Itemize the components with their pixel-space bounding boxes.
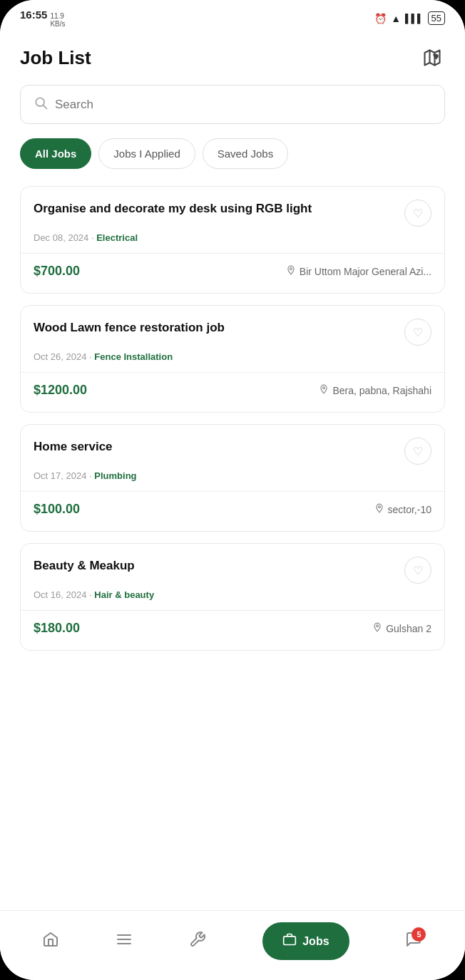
- svg-point-6: [290, 268, 292, 270]
- card-footer: $100.00 sector,-10: [34, 502, 431, 517]
- job-price: $700.00: [34, 264, 80, 279]
- job-list: Organise and decorate my desk using RGB …: [20, 186, 445, 651]
- save-job-button[interactable]: ♡: [404, 319, 431, 346]
- wifi-icon: ▲: [391, 13, 401, 24]
- page-title: Job List: [20, 47, 91, 69]
- svg-point-8: [378, 506, 380, 508]
- status-right: ⏰ ▲ ▌▌▌ 55: [374, 11, 445, 25]
- home-icon: [42, 931, 59, 952]
- card-divider: [21, 610, 444, 611]
- job-location: Bera, pabna, Rajshahi: [319, 384, 431, 396]
- svg-rect-13: [284, 937, 296, 945]
- nav-chat[interactable]: 5: [405, 931, 422, 952]
- card-divider: [21, 253, 444, 254]
- nav-jobs-button[interactable]: Jobs: [262, 922, 349, 960]
- job-location: sector,-10: [374, 503, 431, 515]
- briefcase-icon: [282, 932, 297, 950]
- card-divider: [21, 372, 444, 373]
- tab-saved-jobs[interactable]: Saved Jobs: [203, 138, 288, 169]
- alarm-icon: ⏰: [374, 13, 387, 24]
- nav-jobs-label: Jobs: [302, 935, 329, 948]
- save-job-button[interactable]: ♡: [404, 557, 431, 584]
- map-icon[interactable]: [419, 45, 445, 71]
- search-icon: [34, 96, 48, 113]
- list-icon: [116, 931, 133, 952]
- location-icon: [319, 384, 329, 396]
- main-content: Job List All J: [0, 33, 465, 910]
- heart-icon: ♡: [413, 445, 423, 458]
- job-card[interactable]: Home service ♡ Oct 17, 2024 · Plumbing $…: [20, 424, 445, 532]
- nav-home[interactable]: [42, 931, 59, 952]
- tab-jobs-applied[interactable]: Jobs I Applied: [98, 138, 195, 169]
- job-title: Beauty & Meakup: [34, 558, 404, 574]
- card-footer: $180.00 Gulshan 2: [34, 621, 431, 636]
- job-title: Wood Lawn fence restoration job: [34, 320, 404, 336]
- job-card[interactable]: Beauty & Meakup ♡ Oct 16, 2024 · Hair & …: [20, 543, 445, 651]
- location-icon: [372, 622, 382, 634]
- card-footer: $1200.00 Bera, pabna, Rajshahi: [34, 383, 431, 398]
- search-bar[interactable]: [20, 85, 445, 124]
- save-job-button[interactable]: ♡: [404, 200, 431, 227]
- status-time: 16:55: [20, 9, 47, 21]
- job-card[interactable]: Wood Lawn fence restoration job ♡ Oct 26…: [20, 305, 445, 413]
- job-location: Gulshan 2: [372, 622, 431, 634]
- job-meta: Oct 16, 2024 · Hair & beauty: [34, 589, 431, 600]
- job-price: $100.00: [34, 502, 80, 517]
- status-kb: 11.9KB/s: [50, 12, 65, 28]
- job-location: Bir Uttom Major General Azi...: [286, 265, 431, 277]
- save-job-button[interactable]: ♡: [404, 438, 431, 465]
- heart-icon: ♡: [413, 207, 423, 220]
- card-divider: [21, 491, 444, 492]
- svg-line-5: [44, 105, 47, 109]
- svg-point-9: [377, 625, 379, 627]
- svg-point-7: [323, 387, 325, 389]
- status-bar: 16:55 11.9KB/s ⏰ ▲ ▌▌▌ 55: [0, 0, 465, 33]
- status-left: 16:55 11.9KB/s: [20, 9, 66, 28]
- job-title: Organise and decorate my desk using RGB …: [34, 201, 404, 217]
- location-icon: [286, 265, 296, 277]
- tab-all-jobs[interactable]: All Jobs: [20, 138, 91, 169]
- card-footer: $700.00 Bir Uttom Major General Azi...: [34, 264, 431, 279]
- job-price: $1200.00: [34, 383, 87, 398]
- job-meta: Dec 08, 2024 · Electrical: [34, 232, 431, 243]
- wrench-icon: [189, 931, 206, 952]
- job-card[interactable]: Organise and decorate my desk using RGB …: [20, 186, 445, 294]
- tab-group: All Jobs Jobs I Applied Saved Jobs: [20, 138, 445, 169]
- nav-wrench[interactable]: [189, 931, 206, 952]
- heart-icon: ♡: [413, 326, 423, 339]
- heart-icon: ♡: [413, 564, 423, 577]
- job-title: Home service: [34, 439, 404, 455]
- location-icon: [374, 503, 384, 515]
- notification-badge: 5: [412, 927, 426, 942]
- job-price: $180.00: [34, 621, 80, 636]
- bottom-nav: Jobs 5: [0, 910, 465, 980]
- job-meta: Oct 17, 2024 · Plumbing: [34, 470, 431, 481]
- nav-list[interactable]: [116, 931, 133, 952]
- battery-indicator: 55: [428, 11, 445, 25]
- job-meta: Oct 26, 2024 · Fence Installation: [34, 351, 431, 362]
- page-header: Job List: [20, 33, 445, 85]
- search-input[interactable]: [55, 98, 431, 112]
- signal-icon: ▌▌▌: [405, 14, 424, 24]
